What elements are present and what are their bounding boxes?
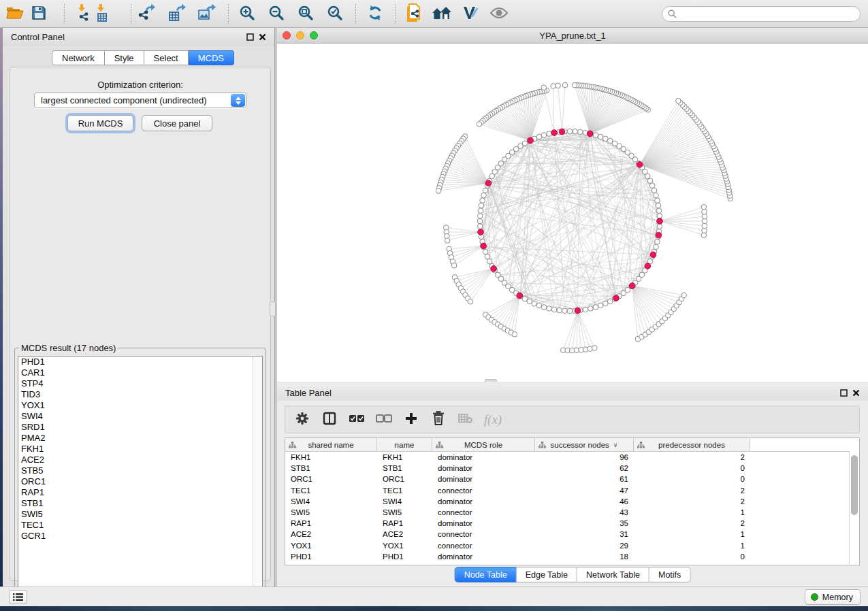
save-session-button[interactable]	[27, 3, 50, 25]
edge[interactable]	[446, 228, 481, 233]
network-node[interactable]	[557, 308, 562, 313]
edge[interactable]	[590, 99, 630, 133]
edge[interactable]	[495, 295, 520, 322]
edge[interactable]	[447, 232, 481, 240]
edge[interactable]	[640, 127, 702, 165]
edge[interactable]	[563, 311, 577, 350]
leaf-node[interactable]	[551, 84, 556, 89]
leaf-node[interactable]	[477, 122, 482, 127]
mcds-result-item[interactable]: STB5	[18, 465, 253, 476]
edge[interactable]	[454, 246, 483, 265]
mcds-result-item[interactable]: SWI4	[18, 411, 253, 422]
network-node[interactable]	[593, 133, 598, 138]
network-node[interactable]	[567, 129, 573, 134]
network-node[interactable]	[654, 244, 659, 250]
settings-gear-button[interactable]	[293, 410, 311, 429]
network-node[interactable]	[478, 208, 483, 214]
mcds-hub-node[interactable]	[587, 131, 593, 137]
mcds-hub-node[interactable]	[613, 295, 620, 301]
network-node[interactable]	[593, 305, 598, 310]
mcds-hub-node[interactable]	[491, 266, 497, 272]
network-node[interactable]	[578, 129, 583, 135]
edge[interactable]	[579, 85, 590, 133]
float-window-icon[interactable]	[246, 33, 254, 41]
run-mcds-button[interactable]: Run MCDS	[67, 115, 133, 131]
table-row[interactable]: STB1STB1dominator620	[285, 463, 850, 474]
tab-network[interactable]: Network	[52, 50, 105, 65]
network-node[interactable]	[656, 208, 662, 214]
leaf-node[interactable]	[556, 83, 561, 88]
refresh-layout-button[interactable]	[364, 3, 387, 25]
show-columns-button[interactable]	[321, 410, 338, 429]
column-header-name[interactable]: name	[377, 438, 432, 451]
tab-motifs[interactable]: Motifs	[649, 567, 690, 582]
edge[interactable]	[660, 212, 705, 221]
mcds-hub-node[interactable]	[559, 129, 565, 135]
column-header-successor-nodes[interactable]: successor nodes∨	[535, 438, 634, 451]
tab-node-table[interactable]: Node Table	[455, 567, 517, 582]
edge[interactable]	[501, 295, 519, 327]
export-table-button[interactable]	[166, 3, 189, 25]
network-node[interactable]	[588, 306, 594, 312]
mcds-hub-node[interactable]	[478, 229, 484, 235]
network-node[interactable]	[483, 188, 488, 193]
edge[interactable]	[489, 295, 520, 317]
mcds-result-item[interactable]: PMA2	[18, 433, 253, 444]
leaf-node[interactable]	[445, 238, 450, 244]
leaf-node[interactable]	[451, 263, 457, 268]
deselect-all-button[interactable]	[375, 410, 393, 429]
select-all-button[interactable]	[348, 410, 366, 429]
edge[interactable]	[590, 95, 620, 133]
network-node[interactable]	[477, 224, 483, 229]
table-row[interactable]: SWI5SWI5connector431	[285, 507, 850, 518]
mcds-hub-node[interactable]	[656, 232, 662, 238]
mcds-result-item[interactable]: TID3	[18, 389, 253, 400]
mcds-result-item[interactable]: ACE2	[18, 455, 253, 465]
network-graph-canvas[interactable]	[277, 44, 868, 382]
mcds-result-item[interactable]: SRD1	[18, 422, 253, 433]
edge[interactable]	[632, 286, 674, 309]
close-panel-button[interactable]: Close panel	[142, 115, 212, 131]
network-node[interactable]	[536, 303, 542, 308]
edge[interactable]	[590, 104, 639, 134]
home-view-button[interactable]	[430, 3, 453, 25]
zoom-out-button[interactable]	[265, 3, 288, 25]
mcds-hub-node[interactable]	[528, 137, 534, 144]
column-header-MCDS-role[interactable]: MCDS role	[432, 438, 535, 451]
mcds-result-item[interactable]: YOX1	[18, 400, 253, 411]
mcds-hub-node[interactable]	[575, 308, 581, 314]
leaf-node[interactable]	[701, 205, 707, 210]
edge[interactable]	[660, 221, 705, 231]
node-table-scrollbar[interactable]	[849, 452, 859, 565]
edge[interactable]	[458, 146, 489, 183]
mcds-hub-node[interactable]	[551, 130, 558, 136]
edge[interactable]	[530, 91, 542, 140]
table-row[interactable]: RAP1RAP1dominator352	[285, 518, 850, 529]
scrollbar-thumb[interactable]	[851, 455, 858, 515]
network-node[interactable]	[541, 305, 547, 310]
close-panel-icon[interactable]	[259, 33, 266, 41]
network-node[interactable]	[483, 249, 488, 254]
edge[interactable]	[498, 165, 640, 275]
mcds-hub-node[interactable]	[645, 263, 651, 269]
network-node[interactable]	[583, 307, 588, 312]
mcds-result-item[interactable]: FKH1	[18, 444, 253, 455]
edge[interactable]	[553, 86, 555, 133]
leaf-node[interactable]	[468, 299, 473, 305]
edge[interactable]	[640, 122, 698, 165]
network-node[interactable]	[603, 136, 609, 142]
table-row[interactable]: FKH1FKH1dominator962	[285, 452, 850, 463]
column-header-predecessor-nodes[interactable]: predecessor nodes	[634, 438, 750, 451]
zoom-selected-button[interactable]	[323, 3, 347, 25]
edge[interactable]	[530, 140, 560, 310]
table-row[interactable]: PHD1PHD1dominator180	[285, 551, 850, 562]
network-node[interactable]	[481, 193, 487, 198]
edge[interactable]	[558, 86, 562, 132]
network-node[interactable]	[652, 188, 657, 193]
network-node[interactable]	[536, 134, 542, 139]
network-from-file-button[interactable]	[402, 3, 425, 25]
hide-eye-button[interactable]	[487, 3, 511, 25]
mcds-hub-node[interactable]	[629, 283, 635, 289]
add-column-button[interactable]	[402, 410, 420, 429]
network-node[interactable]	[551, 307, 557, 312]
